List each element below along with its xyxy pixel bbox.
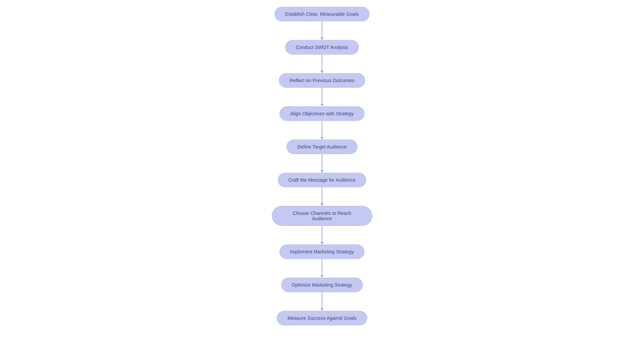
- flow-arrow-3: [322, 121, 322, 139]
- flow-arrow-5: [322, 187, 322, 206]
- flow-arrow-7: [322, 259, 322, 278]
- flow-arrow-8: [322, 292, 322, 311]
- flow-node-choose-channels: Choose Channels to Reach Audience: [272, 206, 372, 226]
- flow-node-reflect-outcomes: Reflect on Previous Outcomes: [279, 73, 365, 88]
- flow-node-implement-strategy: Implement Marketing Strategy: [279, 244, 365, 259]
- flow-node-establish-goals: Establish Clear, Measurable Goals: [274, 7, 369, 21]
- flow-node-define-audience: Define Target Audience: [286, 139, 358, 154]
- flow-arrow-6: [322, 226, 322, 244]
- flow-node-craft-message: Craft the Message for Audience: [278, 173, 366, 187]
- flow-arrow-0: [322, 21, 322, 40]
- flowchart: Establish Clear, Measurable GoalsConduct…: [0, 0, 644, 339]
- flow-node-measure-success: Measure Success Against Goals: [277, 311, 367, 325]
- flow-arrow-1: [322, 55, 322, 73]
- flow-node-optimize-strategy: Optimize Marketing Strategy: [281, 278, 363, 292]
- flow-node-swot-analysis: Conduct SWOT Analysis: [285, 40, 359, 55]
- flow-arrow-2: [322, 88, 322, 106]
- flow-node-align-objectives: Align Objectives with Strategy: [279, 106, 364, 121]
- flow-arrow-4: [322, 154, 322, 173]
